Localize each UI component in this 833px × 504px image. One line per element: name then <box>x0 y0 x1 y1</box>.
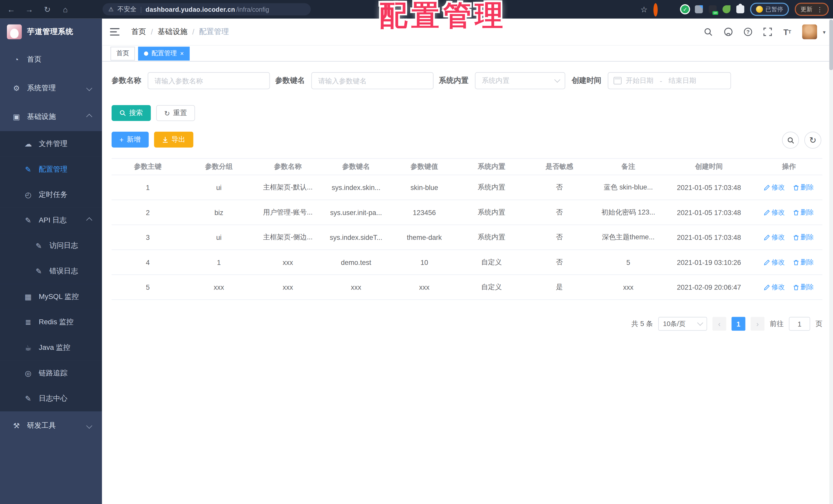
create-time-range-picker[interactable]: 开始日期 - 结束日期 <box>608 72 731 89</box>
table-cell: ui <box>184 225 254 250</box>
bookmark-star-icon[interactable]: ☆ <box>641 5 648 14</box>
param-name-input[interactable] <box>148 72 270 89</box>
refresh-icon[interactable]: ↻ <box>804 132 821 149</box>
table-row[interactable]: 2 biz 用户管理-账号... sys.user.init-pa... 123… <box>112 200 823 225</box>
sidebar-collapse-icon[interactable] <box>110 28 120 35</box>
delete-link[interactable]: 删除 <box>793 258 814 267</box>
table-row[interactable]: 5 xxx xxx xxx xxx 自定义 是 xxx 2021-02-09 2… <box>112 275 823 300</box>
extension-on-badge-icon[interactable]: on <box>709 5 717 13</box>
table-cell: 初始化密码 123... <box>594 200 663 225</box>
log-edit-icon: ✎ <box>34 267 44 275</box>
page-size-select[interactable]: 10条/页 <box>658 317 707 331</box>
screen: ← → ↻ ⌂ ⚠ 不安全 | dashboard.yudao.iocoder.… <box>0 0 833 504</box>
delete-link-label: 删除 <box>801 183 814 192</box>
table-row[interactable]: 3 ui 主框架页-侧边... sys.index.sideT... theme… <box>112 225 823 250</box>
extension-gray-blue-icon[interactable] <box>695 5 703 13</box>
reset-button[interactable]: ↻ 重置 <box>156 105 195 121</box>
search-button[interactable]: 搜索 <box>112 105 151 121</box>
table-cell: xxx <box>594 275 663 300</box>
prev-page-button[interactable]: ‹ <box>712 317 726 331</box>
add-button[interactable]: + 新增 <box>112 132 148 148</box>
sidebar-item-system-management[interactable]: ⚙系统管理 <box>0 74 102 103</box>
sidebar-item-file-management[interactable]: ☁文件管理 <box>0 131 102 157</box>
refresh-icon[interactable]: ↻ <box>43 5 52 14</box>
paused-badge[interactable]: 已暂停 <box>750 3 789 16</box>
back-arrow-icon[interactable]: ← <box>6 5 16 14</box>
fullscreen-icon[interactable] <box>763 27 772 36</box>
extension-check-icon[interactable]: ✓ <box>681 5 689 13</box>
sidebar-item-trace[interactable]: ◎链路追踪 <box>0 360 102 386</box>
tab-config-management[interactable]: 配置管理 × <box>138 47 190 60</box>
export-button[interactable]: 导出 <box>154 132 193 148</box>
app-logo[interactable]: 芋道管理系统 <box>0 19 102 45</box>
modify-link[interactable]: 修改 <box>764 233 785 242</box>
sidebar-item-scheduled-tasks[interactable]: ◴定时任务 <box>0 182 102 208</box>
modify-link[interactable]: 修改 <box>764 183 785 192</box>
page-1-button[interactable]: 1 <box>732 317 745 331</box>
svg-text:?: ? <box>746 29 749 35</box>
table-row[interactable]: 4 1 xxx demo.test 10 自定义 否 5 2021-01-19 … <box>112 250 823 275</box>
config-table: 参数主键 参数分组 参数名称 参数键名 参数键值 系统内置 是否敏感 备注 创建… <box>112 158 823 300</box>
column-header: 参数分组 <box>184 158 254 175</box>
sidebar-item-config-management[interactable]: ✎配置管理 <box>0 156 102 182</box>
delete-link[interactable]: 删除 <box>793 282 814 292</box>
table-cell: sys.index.skin... <box>322 175 390 200</box>
sidebar-item-dev-tools[interactable]: ⚒研发工具 <box>0 411 102 440</box>
modify-link[interactable]: 修改 <box>764 258 785 267</box>
search-icon[interactable] <box>704 27 713 36</box>
extension-pin-icon[interactable] <box>667 5 675 13</box>
sidebar-item-java-monitor[interactable]: ☕Java 监控 <box>0 335 102 360</box>
address-bar[interactable]: ⚠ 不安全 | dashboard.yudao.iocoder.cn /infr… <box>103 3 311 15</box>
chevron-down-icon <box>86 423 92 429</box>
browser-update-button[interactable]: 更新 ⋮ <box>795 3 829 16</box>
system-builtin-select[interactable]: 系统内置 <box>475 72 565 89</box>
param-key-input[interactable] <box>311 72 433 89</box>
sidebar-item-access-log[interactable]: ✎访问日志 <box>0 233 102 258</box>
table-row[interactable]: 1 ui 主框架页-默认... sys.index.skin... skin-b… <box>112 175 823 200</box>
sidebar-item-mysql-monitor[interactable]: ▦MySQL 监控 <box>0 284 102 310</box>
breadcrumb-item-infrastructure[interactable]: 基础设施 <box>158 27 187 36</box>
next-page-button[interactable]: › <box>751 317 764 331</box>
sidebar-item-api-log[interactable]: ✎API 日志 <box>0 208 102 233</box>
font-size-icon[interactable]: TT <box>783 27 792 36</box>
delete-link[interactable]: 删除 <box>793 233 814 242</box>
tab-home[interactable]: 首页 <box>111 47 135 60</box>
goto-page-input[interactable] <box>789 317 810 331</box>
scrollbar-thumb[interactable] <box>829 20 833 70</box>
browser-extensions-area: ☆ ✓ on 已暂停 更新 ⋮ <box>641 0 829 19</box>
sidebar-item-label: 链路追踪 <box>39 369 68 378</box>
home-icon[interactable]: ⌂ <box>61 5 70 14</box>
delete-link[interactable]: 删除 <box>793 183 814 192</box>
extensions-puzzle-icon[interactable] <box>736 5 744 13</box>
table-cell: 否 <box>525 200 594 225</box>
forward-arrow-icon[interactable]: → <box>24 5 34 14</box>
extension-orange-icon[interactable] <box>653 5 661 13</box>
page-content: 参数名称 参数键名 系统内置 系统内置 创建时间 开始日期 - 结束日期 <box>102 61 833 504</box>
window-scrollbar[interactable] <box>829 19 833 504</box>
sidebar-item-home[interactable]: ◔首页 <box>0 45 102 74</box>
user-avatar[interactable] <box>802 24 817 39</box>
browser-menu-icon[interactable]: ⋮ <box>817 6 823 13</box>
close-icon[interactable]: × <box>180 50 184 56</box>
github-icon[interactable] <box>723 27 733 36</box>
sidebar-item-redis-monitor[interactable]: ≣Redis 监控 <box>0 309 102 335</box>
table-cell: 自定义 <box>458 275 524 300</box>
sidebar-item-infrastructure[interactable]: ▣基础设施 <box>0 103 102 131</box>
table-toolbar: + 新增 导出 <box>112 132 823 148</box>
java-icon: ☕ <box>23 344 33 352</box>
sidebar-item-error-log[interactable]: ✎错误日志 <box>0 258 102 284</box>
breadcrumb-item-home[interactable]: 首页 <box>131 27 146 36</box>
delete-link[interactable]: 删除 <box>793 208 814 217</box>
modify-link[interactable]: 修改 <box>764 282 785 292</box>
log-edit-icon: ✎ <box>23 394 33 403</box>
extension-leaf-icon[interactable] <box>722 5 730 13</box>
sidebar-item-log-center[interactable]: ✎日志中心 <box>0 386 102 411</box>
chevron-down-icon[interactable]: ▾ <box>823 29 825 35</box>
search-toggle-icon[interactable] <box>782 132 799 149</box>
table-cell: 用户管理-账号... <box>254 200 322 225</box>
table-cell: 2021-01-05 17:03:48 <box>662 225 756 250</box>
modify-link[interactable]: 修改 <box>764 208 785 217</box>
table-cell: 123456 <box>390 200 459 225</box>
help-icon[interactable]: ? <box>743 27 753 36</box>
table-cell: 2 <box>112 200 184 225</box>
